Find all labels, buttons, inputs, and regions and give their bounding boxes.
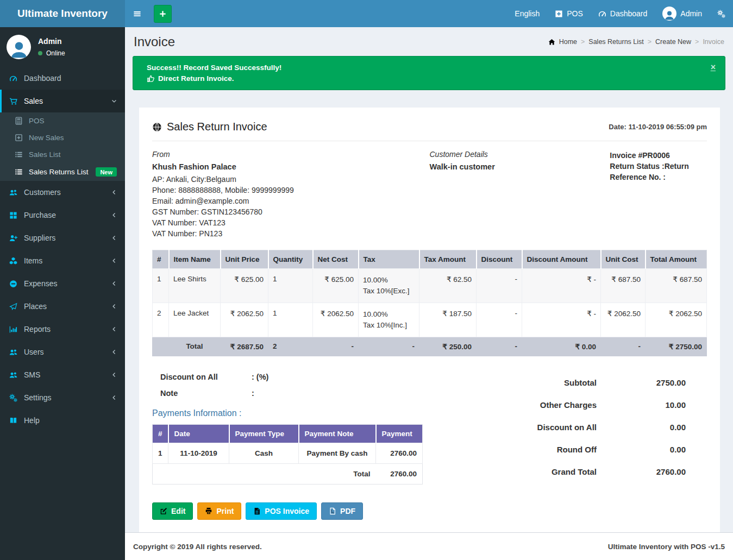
footer: Copyright © 2019 All rights reserved. Ul… [125, 532, 733, 560]
language-label: English [515, 9, 540, 18]
alert-message-row: Direct Return Invoice. [147, 74, 703, 83]
sidebar-item-sales[interactable]: Sales [0, 90, 125, 112]
subtotal-row: Subtotal2750.00 [463, 378, 686, 387]
avatar [7, 35, 31, 59]
column-header: Net Cost [313, 250, 359, 269]
sidebar-item-customers[interactable]: Customers [0, 181, 125, 204]
globe-icon [152, 122, 162, 132]
quick-add-button[interactable] [154, 5, 172, 23]
success-alert: Success!! Record Saved Successfully! Dir… [133, 56, 725, 90]
chevron-left-icon [111, 395, 117, 400]
online-status-dot [38, 51, 42, 55]
file-pdf-icon [329, 507, 336, 515]
breadcrumb-create-new[interactable]: Create New [655, 38, 691, 46]
chevron-down-icon [111, 98, 117, 104]
return-status: Return Status :Return [610, 161, 707, 172]
breadcrumb: Home> Sales Returns List> Create New> In… [548, 38, 724, 46]
tax-cell: 10.00%Tax 10%[Exc.] [359, 269, 419, 303]
sidebar-item-items[interactable]: Items [0, 249, 125, 272]
items-table: # Item Name Unit Price Quantity Net Cost… [152, 250, 707, 356]
chevron-left-icon [111, 281, 117, 286]
user-plus-icon [8, 234, 18, 242]
grand-total-row: Grand Total2760.00 [463, 467, 686, 476]
close-icon[interactable]: × [711, 63, 716, 72]
alert-title: Success!! Record Saved Successfully! [147, 64, 703, 72]
invoice-card: Sales Return Invoice Date: 11-10-2019 06… [139, 108, 720, 532]
sidebar-item-purchase[interactable]: Purchase [0, 204, 125, 226]
list-icon [14, 150, 23, 159]
nav-user-menu[interactable]: Admin [655, 0, 710, 27]
breadcrumb-sales-returns-list[interactable]: Sales Returns List [588, 38, 643, 46]
alert-message: Direct Return Invoice. [158, 74, 234, 83]
column-header: Tax Amount [419, 250, 477, 269]
calculator-icon [14, 117, 23, 125]
cubes-icon [8, 257, 18, 265]
breadcrumb-home[interactable]: Home [559, 38, 577, 46]
other-charges-row: Other Charges10.00 [463, 400, 686, 410]
plus-square-icon [555, 10, 563, 18]
column-header: Unit Cost [601, 250, 646, 269]
navbar-main: English POS Dashboard Admin [125, 0, 733, 27]
column-header: # [153, 250, 169, 269]
cart-icon [8, 97, 18, 105]
customer-label: Customer Details [430, 150, 610, 159]
list-icon [14, 168, 23, 176]
users-icon [8, 348, 18, 356]
sidebar-item-places[interactable]: Places [0, 295, 125, 318]
chevron-left-icon [111, 190, 117, 195]
column-header: Discount Amount [522, 250, 601, 269]
sidebar-item-sales-returns-list[interactable]: Sales Returns ListNew [0, 163, 125, 181]
payments-header-row: # Date Payment Type Payment Note Payment [153, 425, 423, 443]
sidebar-toggle-button[interactable] [125, 1, 149, 27]
print-button[interactable]: Print [197, 502, 241, 520]
item-row: 1 Lee Shirts ₹ 625.00 1 ₹ 625.00 10.00%T… [153, 269, 707, 303]
new-badge: New [96, 167, 117, 177]
column-header: Payment [376, 425, 423, 443]
invoice-title-row: Sales Return Invoice [152, 121, 267, 133]
sidebar-item-new-sales[interactable]: New Sales [0, 129, 125, 146]
company-phone: Phone: 8888888888, Mobile: 9999999999 [152, 185, 430, 196]
column-header: Payment Note [299, 425, 376, 443]
sidebar-menu: Dashboard Sales POS New Sales Sales List… [0, 67, 125, 432]
from-label: From [152, 150, 430, 159]
note-row: Note: [160, 389, 463, 398]
sidebar-item-suppliers[interactable]: Suppliers [0, 226, 125, 249]
sidebar-item-sales-list[interactable]: Sales List [0, 146, 125, 163]
invoice-meta-section: Invoice #PR0006 Return Status :Return Re… [610, 150, 707, 239]
sidebar-item-expenses[interactable]: Expenses [0, 272, 125, 295]
nav-language[interactable]: English [507, 0, 547, 27]
sales-submenu: POS New Sales Sales List Sales Returns L… [0, 112, 125, 181]
items-total-row: Total ₹ 2687.50 2 - - ₹ 250.00 - ₹ 0.00 … [153, 337, 707, 356]
payments-title: Payments Information : [152, 408, 463, 418]
sidebar-item-sms[interactable]: SMS [0, 363, 125, 386]
company-name: Khush Fashion Palace [152, 162, 430, 171]
pdf-button[interactable]: PDF [321, 502, 363, 520]
discount-on-all-total-row: Discount on All0.00 [463, 423, 686, 432]
paper-plane-icon [8, 303, 18, 311]
item-row: 2 Lee Jacket ₹ 2062.50 1 ₹ 2062.50 10.00… [153, 303, 707, 337]
chevron-left-icon [111, 304, 117, 309]
items-header-row: # Item Name Unit Price Quantity Net Cost… [153, 250, 707, 269]
sidebar-user-name: Admin [38, 37, 65, 46]
chevron-left-icon [111, 372, 117, 377]
sidebar-item-dashboard[interactable]: Dashboard [0, 67, 125, 90]
app-logo[interactable]: Ultimate Inventory [0, 0, 125, 27]
discount-on-all-row: Discount on All: (%) [160, 373, 463, 381]
nav-settings[interactable] [710, 0, 733, 27]
pos-invoice-button[interactable]: POS Invoice [246, 502, 317, 520]
nav-pos[interactable]: POS [547, 0, 591, 27]
sidebar-item-users[interactable]: Users [0, 341, 125, 363]
sidebar-item-settings[interactable]: Settings [0, 386, 125, 409]
invoice-totals: Subtotal2750.00 Other Charges10.00 Disco… [463, 378, 686, 476]
sidebar-item-pos[interactable]: POS [0, 112, 125, 129]
breadcrumb-current: Invoice [703, 38, 724, 46]
sidebar-item-help[interactable]: Help [0, 409, 125, 432]
nav-dashboard[interactable]: Dashboard [591, 0, 655, 27]
edit-button[interactable]: Edit [152, 502, 193, 520]
version-text: Ultimate Inventory with POS -v1.5 [608, 543, 725, 551]
invoice-number: Invoice #PR0006 [610, 150, 707, 161]
sidebar-item-reports[interactable]: Reports [0, 318, 125, 341]
content-header: Invoice Home> Sales Returns List> Create… [133, 27, 725, 56]
app-root: Ultimate Inventory English POS Dashboard… [0, 0, 733, 560]
column-header: Quantity [268, 250, 313, 269]
